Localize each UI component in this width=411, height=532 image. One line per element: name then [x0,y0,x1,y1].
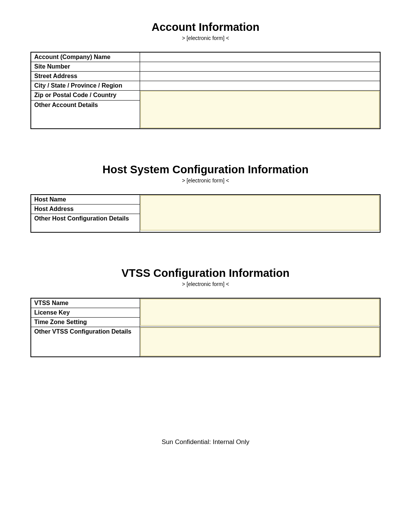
vtss-subtitle: > [electronic form] < [30,281,381,287]
input-vtss-other[interactable] [140,328,380,356]
vtss-table: VTSS Name License Key Time Zone Setting … [30,298,381,357]
label-company-name: Account (Company) Name [31,52,140,62]
value-vtss-top [140,298,380,327]
vtss-title: VTSS Configuration Information [30,267,381,280]
value-city-state[interactable] [140,81,380,91]
host-section: Host System Configuration Information > … [30,163,381,233]
account-table: Account (Company) Name Site Number Stree… [30,52,381,129]
input-vtss-top[interactable] [140,299,380,326]
label-host-name: Host Name [31,195,140,204]
label-vtss-name: VTSS Name [31,298,140,308]
host-subtitle: > [electronic form] < [30,177,381,184]
value-host-block [140,195,380,232]
label-license-key: License Key [31,308,140,318]
label-timezone: Time Zone Setting [31,318,140,327]
input-host-details[interactable] [140,195,380,230]
label-site-number: Site Number [31,62,140,72]
value-street-address[interactable] [140,72,380,81]
label-street-address: Street Address [31,72,140,81]
account-subtitle: > [electronic form] < [30,35,381,41]
value-zip-other [140,91,380,129]
account-section: Account Information > [electronic form] … [30,21,381,129]
input-account-details[interactable] [140,91,380,128]
label-other-host: Other Host Configuration Details [31,214,140,233]
label-host-address: Host Address [31,204,140,214]
label-other-account: Other Account Details [31,100,140,129]
footer-text: Sun Confidential: Internal Only [0,438,411,446]
value-site-number[interactable] [140,62,380,72]
account-title: Account Information [30,21,381,34]
label-other-vtss: Other VTSS Configuration Details [31,327,140,357]
host-title: Host System Configuration Information [30,163,381,176]
vtss-section: VTSS Configuration Information > [electr… [30,267,381,357]
label-zip-country: Zip or Postal Code / Country [31,91,140,101]
host-table: Host Name Host Address Other Host Config… [30,194,381,233]
label-city-state: City / State / Province / Region [31,81,140,91]
value-vtss-other [140,327,380,357]
value-company-name[interactable] [140,52,380,62]
